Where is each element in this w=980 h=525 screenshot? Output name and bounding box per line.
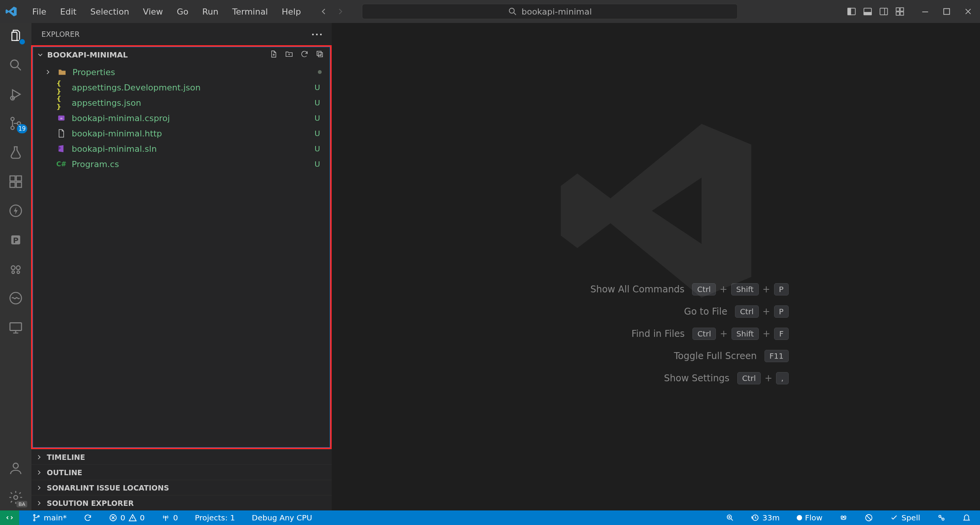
git-branch[interactable]: main*: [28, 510, 71, 525]
tree-file-appsettings-dev[interactable]: { } appsettings.Development.json U: [35, 80, 328, 95]
activity-explorer-icon[interactable]: [8, 28, 23, 44]
activity-source-control-icon[interactable]: 19: [8, 116, 23, 131]
spell[interactable]: Spell: [886, 513, 924, 522]
panel-solution-explorer[interactable]: SOLUTION EXPLORER: [31, 495, 332, 510]
customize-layout-icon[interactable]: [895, 7, 905, 16]
activity-sonarlint-icon[interactable]: [8, 290, 23, 306]
svg-point-14: [11, 126, 14, 130]
command-center-search[interactable]: bookapi-minimal: [362, 4, 738, 19]
svg-rect-4: [864, 12, 871, 15]
chevron-right-icon: [35, 484, 43, 492]
activity-run-debug-icon[interactable]: [8, 87, 23, 102]
menu-go[interactable]: Go: [170, 4, 196, 20]
svg-point-24: [16, 266, 20, 270]
copilot-status-icon[interactable]: [835, 514, 852, 522]
activity-postman-icon[interactable]: P: [8, 232, 23, 248]
key: Ctrl: [737, 372, 761, 384]
shortcut-label: Show Settings: [569, 373, 730, 384]
explorer-more-icon[interactable]: ···: [311, 30, 323, 39]
menu-terminal[interactable]: Terminal: [225, 4, 275, 20]
problems[interactable]: 0 0: [105, 510, 148, 525]
check-icon: [890, 514, 898, 522]
wakatime[interactable]: 33m: [747, 513, 784, 522]
tree-file-csproj[interactable]: ∞ bookapi-minimal.csproj U: [35, 110, 328, 126]
menu-file[interactable]: File: [25, 4, 53, 20]
ports[interactable]: 0: [158, 510, 182, 525]
shortcut-row: Find in Files Ctrl+Shift+F: [523, 328, 788, 340]
panel-outline[interactable]: OUTLINE: [31, 464, 332, 480]
vscode-logo-icon: [4, 4, 18, 19]
remote-indicator[interactable]: [0, 510, 19, 525]
refresh-icon[interactable]: [300, 50, 309, 60]
vscode-watermark-icon: [552, 107, 760, 316]
shortcut-label: Find in Files: [524, 328, 685, 339]
tree-item-label: bookapi-minimal.http: [72, 129, 309, 138]
disabled-ext-icon[interactable]: [861, 514, 877, 522]
git-status: U: [314, 113, 322, 123]
svg-point-26: [17, 271, 20, 274]
folder-header[interactable]: BOOKAPI-MINIMAL: [33, 47, 330, 63]
tree-item-label: bookapi-minimal.sln: [72, 144, 309, 154]
notifications-icon[interactable]: [959, 514, 975, 522]
sync-icon[interactable]: [80, 510, 96, 525]
panel-timeline[interactable]: TIMELINE: [31, 449, 332, 464]
panel-sonarlint[interactable]: SONARLINT ISSUE LOCATIONS: [31, 480, 332, 495]
menu-selection[interactable]: Selection: [83, 4, 136, 20]
nav-forward-icon[interactable]: [335, 7, 345, 16]
json-icon: { }: [56, 82, 66, 92]
activity-settings-icon[interactable]: BA: [8, 490, 23, 505]
sln-icon: [56, 144, 66, 154]
chevron-right-icon: [35, 469, 43, 476]
svg-point-36: [34, 520, 35, 521]
tree-file-http[interactable]: bookapi-minimal.http U: [35, 126, 328, 141]
git-status-dot: [318, 70, 322, 74]
menu-run[interactable]: Run: [196, 4, 225, 20]
flow[interactable]: Flow: [793, 513, 827, 522]
nav-arrows: [319, 7, 345, 16]
toggle-panel-icon[interactable]: [863, 7, 873, 16]
window-maximize-icon[interactable]: [942, 7, 952, 16]
explorer-title: EXPLORER: [41, 30, 80, 38]
spell-label: Spell: [901, 513, 920, 522]
new-folder-icon[interactable]: [285, 50, 293, 60]
toggle-secondary-sidebar-icon[interactable]: [879, 7, 889, 16]
json-icon: { }: [56, 98, 66, 108]
zoom-icon[interactable]: [722, 514, 738, 522]
svg-rect-6: [896, 8, 899, 11]
menu-help[interactable]: Help: [275, 4, 308, 20]
flow-dot-icon: [797, 515, 802, 520]
live-share-icon[interactable]: [933, 514, 949, 522]
menu-edit[interactable]: Edit: [53, 4, 84, 20]
activity-accounts-icon[interactable]: [8, 461, 23, 476]
settings-badge: BA: [16, 501, 27, 507]
key: Ctrl: [692, 328, 716, 340]
activity-remote-icon[interactable]: [8, 320, 23, 335]
tree-file-appsettings[interactable]: { } appsettings.json U: [35, 95, 328, 110]
menu-view[interactable]: View: [136, 4, 170, 20]
activity-thunder-icon[interactable]: [8, 203, 23, 218]
window-close-icon[interactable]: [963, 7, 973, 16]
toggle-primary-sidebar-icon[interactable]: [847, 7, 857, 16]
collapse-all-icon[interactable]: [316, 50, 324, 60]
git-status: U: [314, 83, 322, 92]
activity-search-icon[interactable]: [8, 57, 23, 73]
projects[interactable]: Projects: 1: [191, 510, 239, 525]
debug-target[interactable]: Debug Any CPU: [248, 510, 316, 525]
key: ,: [776, 372, 788, 384]
tree-item-label: appsettings.Development.json: [72, 83, 309, 92]
git-status: U: [314, 144, 322, 153]
tree-file-program-cs[interactable]: C# Program.cs U: [35, 156, 328, 172]
tree-file-sln[interactable]: bookapi-minimal.sln U: [35, 141, 328, 156]
activity-testing-icon[interactable]: [8, 145, 23, 160]
new-file-icon[interactable]: [270, 50, 278, 60]
shortcut-label: Toggle Full Screen: [596, 351, 757, 361]
nav-back-icon[interactable]: [319, 7, 329, 16]
titlebar-right: [847, 7, 980, 16]
tree-folder-properties[interactable]: Properties: [35, 64, 328, 80]
tree-item-label: bookapi-minimal.csproj: [72, 113, 309, 123]
window-minimize-icon[interactable]: [920, 7, 930, 16]
warning-icon: [128, 514, 137, 522]
activity-extensions-icon[interactable]: [8, 174, 23, 189]
activity-copilot-icon[interactable]: [8, 261, 23, 277]
activity-bar: 19 P: [0, 23, 31, 510]
